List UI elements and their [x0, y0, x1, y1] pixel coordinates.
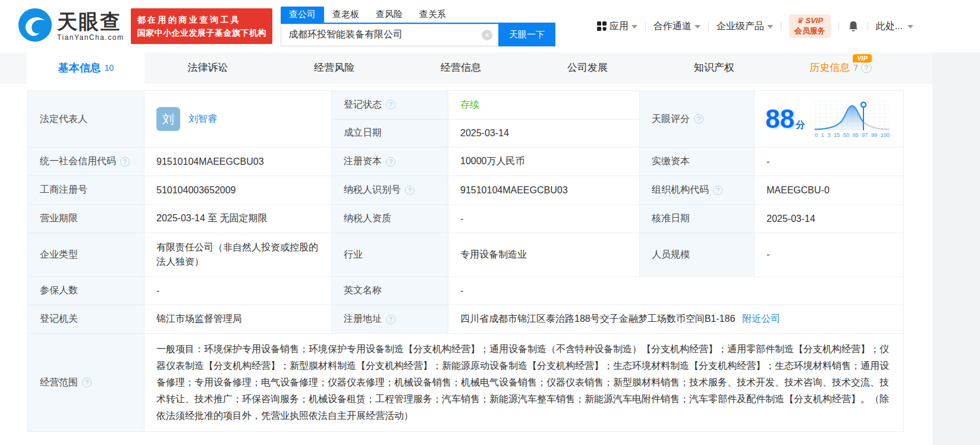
- reg-status-label-cell: 登记状态 ?: [332, 91, 448, 119]
- credit-code-label: 统一社会信用代码: [40, 155, 116, 168]
- company-type-value: 有限责任公司（非自然人投资或控股的法人独资）: [145, 233, 332, 276]
- tab-operation-risk[interactable]: 经营风险: [271, 52, 398, 83]
- org-code-label-cell: 组织机构代码 ?: [640, 176, 755, 204]
- info-icon[interactable]: ?: [405, 186, 414, 195]
- tianyancha-logo-icon: [18, 8, 52, 45]
- reg-authority-label-cell: 登记机关: [28, 305, 145, 333]
- search-tab-relation[interactable]: 查关系: [411, 7, 454, 23]
- reg-address-value: 四川省成都市锦江区泰治路188号交子金融梦工场数币空间B1-186: [460, 313, 735, 325]
- reg-number-label-cell: 工商注册号: [28, 176, 145, 204]
- industry-label-cell: 行业: [332, 233, 448, 276]
- divider: [708, 22, 709, 31]
- taxpayer-id-label-cell: 纳税人识别号 ?: [332, 176, 448, 204]
- reg-address-value-cell: 四川省成都市锦江区泰治路188号交子金融梦工场数币空间B1-186 附近公司: [448, 305, 903, 333]
- reg-address-label: 注册地址: [344, 313, 382, 325]
- nearby-companies-link[interactable]: 附近公司: [742, 313, 780, 325]
- score-distribution-chart: 0131550859799100: [815, 101, 890, 138]
- score-axis-ticks: 0131550859799100: [815, 132, 890, 138]
- nav-apps[interactable]: 应用: [597, 20, 637, 33]
- business-term-value: 2025-03-14 至 无固定期限: [145, 205, 332, 233]
- svip-member-badge[interactable]: ♛ SVIP 会员服务: [789, 14, 831, 38]
- info-icon[interactable]: ?: [386, 315, 395, 324]
- score-label: 天眼评分: [652, 113, 690, 126]
- staff-size-label-cell: 人员规模: [640, 233, 755, 276]
- info-icon[interactable]: ?: [82, 378, 92, 387]
- table-row: 登记机关 锦江市场监督管理局 注册地址 ? 四川省成都市锦江区泰治路188号交子…: [28, 305, 903, 334]
- notification-bell-icon[interactable]: [847, 20, 860, 33]
- info-icon[interactable]: ?: [694, 114, 703, 124]
- vip-badge: VIP: [853, 54, 872, 62]
- org-code-label: 组织机构代码: [652, 184, 709, 196]
- nav-enterprise[interactable]: 企业级产品: [717, 20, 773, 33]
- clear-search-icon[interactable]: ✕: [482, 30, 492, 40]
- paid-capital-label-cell: 实缴资本: [640, 148, 755, 176]
- tab-legal[interactable]: 法律诉讼: [145, 52, 271, 83]
- approval-date-label-cell: 核准日期: [640, 205, 755, 233]
- legal-rep-label-cell: 法定代表人: [28, 91, 145, 147]
- info-icon[interactable]: ?: [386, 157, 395, 167]
- tab-company-development[interactable]: 公司发展: [524, 52, 651, 83]
- company-type-label: 企业类型: [40, 249, 78, 261]
- chevron-down-icon: [632, 25, 637, 29]
- score-unit: 分: [796, 120, 805, 130]
- help-icon[interactable]: ?: [861, 62, 872, 73]
- table-row: 企业类型 有限责任公司（非自然人投资或控股的法人独资） 行业 专用设备制造业 人…: [28, 233, 903, 277]
- staff-size-label: 人员规模: [652, 249, 690, 261]
- taxpayer-quality-value: -: [448, 205, 640, 233]
- tab-operation-risk-label: 经营风险: [314, 61, 354, 74]
- chevron-down-icon: [767, 25, 773, 29]
- tab-basic-info[interactable]: 基本信息 10: [27, 52, 145, 83]
- top-nav: 应用 合作通道 企业级产品 ♛ SVIP 会员服务 此处...: [597, 14, 913, 38]
- apps-grid-icon: [597, 21, 607, 31]
- reg-address-label-cell: 注册地址 ?: [332, 305, 448, 333]
- tab-intellectual-property[interactable]: 知识产权: [651, 52, 777, 83]
- chevron-down-icon: [907, 25, 913, 29]
- tab-company-development-label: 公司发展: [567, 61, 608, 74]
- english-name-label: 英文名称: [344, 284, 382, 297]
- search-tabs: 查公司 查老板 查风险 查关系: [281, 7, 555, 24]
- establish-date-value-cell: 2025-03-14: [448, 120, 640, 148]
- establish-date-label-cell: 成立日期: [332, 120, 448, 148]
- taxpayer-id-label: 纳税人识别号: [344, 184, 401, 196]
- avatar[interactable]: 刘: [156, 107, 180, 131]
- search-tab-risk[interactable]: 查风险: [368, 7, 411, 23]
- tab-intellectual-property-label: 知识产权: [694, 61, 734, 74]
- tab-history-info[interactable]: VIP 历史信息 7 ?: [777, 52, 904, 83]
- credit-code-value: 91510104MAEEGCBU03: [145, 148, 332, 176]
- company-type-label-cell: 企业类型: [28, 233, 145, 276]
- logo-title: 天眼查: [57, 11, 124, 32]
- nav-enterprise-label: 企业级产品: [717, 20, 764, 33]
- slogan-line1: 都在用的商业查询工具: [137, 13, 266, 26]
- search-input[interactable]: [281, 24, 498, 46]
- search-tab-boss[interactable]: 查老板: [324, 7, 368, 23]
- org-code-value: MAEEGCBU-0: [755, 176, 903, 204]
- table-row: 工商注册号 510104003652009 纳税人识别号 ? 91510104M…: [28, 176, 903, 205]
- establish-date-label: 成立日期: [344, 127, 382, 139]
- nav-partner[interactable]: 合作通道: [654, 20, 701, 33]
- tab-business-info[interactable]: 经营信息: [398, 52, 524, 83]
- reg-status-label: 登记状态: [344, 99, 382, 111]
- tab-legal-label: 法律诉讼: [187, 61, 228, 74]
- basic-info-panel: 法定代表人 刘 刘智睿 登记状态 ? 存续 成立日期: [0, 83, 932, 445]
- info-icon[interactable]: ?: [120, 157, 130, 167]
- search-button[interactable]: 天眼一下: [498, 24, 555, 46]
- search-tab-company[interactable]: 查公司: [281, 7, 324, 23]
- reg-capital-value: 10000万人民币: [448, 148, 640, 176]
- taxpayer-quality-label-cell: 纳税人资质: [332, 205, 448, 233]
- legal-rep-name-link[interactable]: 刘智睿: [189, 113, 217, 126]
- tianyancha-logo[interactable]: 天眼查 TianYanCha.com: [18, 8, 124, 45]
- brand-slogan-banner: 都在用的商业查询工具 国家中小企业发展子基金旗下机构: [131, 8, 272, 45]
- reg-number-value: 510104003652009: [145, 176, 332, 204]
- tab-basic-info-count: 10: [105, 63, 114, 73]
- info-icon[interactable]: ?: [713, 186, 723, 195]
- info-icon[interactable]: ?: [386, 100, 395, 109]
- tab-business-info-label: 经营信息: [441, 61, 481, 74]
- svip-service-label: 会员服务: [794, 26, 825, 36]
- user-menu[interactable]: 此处...: [876, 20, 913, 33]
- table-row: 参保人数 - 英文名称 -: [28, 277, 903, 305]
- score-number: 88: [765, 104, 794, 133]
- reg-status-value-cell: 存续: [448, 91, 640, 119]
- business-term-label-cell: 营业期限: [28, 205, 145, 233]
- taxpayer-quality-label: 纳税人资质: [344, 212, 391, 225]
- legal-rep-value-cell: 刘 刘智睿: [145, 91, 332, 147]
